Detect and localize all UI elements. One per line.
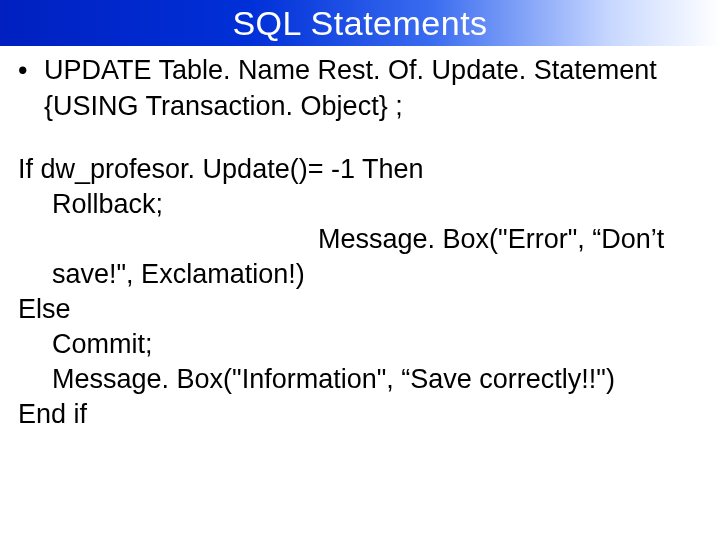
- code-line: Rollback;: [18, 187, 702, 222]
- code-line: save!", Exclamation!): [18, 257, 702, 292]
- bullet-text-line1: UPDATE Table. Name Rest. Of. Update. Sta…: [44, 54, 702, 88]
- code-line: Message. Box("Error", “Don’t: [18, 222, 702, 257]
- code-line: End if: [18, 397, 702, 432]
- bullet-text-line2: {USING Transaction. Object} ;: [44, 90, 702, 124]
- code-line: Commit;: [18, 327, 702, 362]
- bullet-dot-icon: •: [18, 54, 44, 88]
- code-line: Message. Box("Information", “Save correc…: [18, 362, 702, 397]
- title-bar: SQL Statements: [0, 0, 720, 46]
- bullet-item: • UPDATE Table. Name Rest. Of. Update. S…: [18, 54, 702, 88]
- slide-title: SQL Statements: [232, 4, 487, 43]
- code-line: If dw_profesor. Update()= -1 Then: [18, 152, 702, 187]
- code-block: If dw_profesor. Update()= -1 Then Rollba…: [18, 152, 702, 433]
- slide-content: • UPDATE Table. Name Rest. Of. Update. S…: [0, 46, 720, 432]
- code-line: Else: [18, 292, 702, 327]
